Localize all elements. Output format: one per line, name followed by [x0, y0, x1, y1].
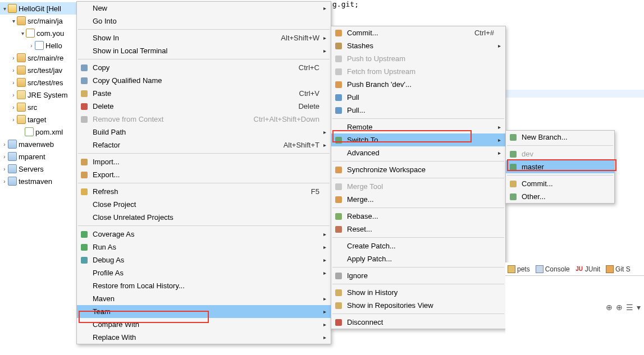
svg-rect-22 — [335, 213, 342, 220]
twisty-icon[interactable]: › — [1, 154, 8, 160]
twisty-icon[interactable]: › — [1, 141, 8, 147]
twisty-icon[interactable]: ▾ — [19, 30, 26, 36]
blank-icon — [79, 333, 89, 342]
twisty-icon[interactable]: ▾ — [1, 6, 8, 12]
tree-item[interactable]: › src/main/re — [0, 52, 79, 64]
menu-item-pull[interactable]: Pull... — [331, 104, 505, 117]
menu-item-export[interactable]: Export... — [77, 168, 331, 181]
menu-item-new-branch[interactable]: New Branch... — [506, 131, 614, 144]
project-context-menu[interactable]: New▸Go IntoShow InAlt+Shift+W▸Show in Lo… — [76, 1, 331, 344]
submenu-arrow-icon: ▸ — [319, 231, 326, 237]
blank-icon — [79, 4, 89, 13]
twisty-icon[interactable]: › — [10, 80, 17, 86]
menu-label: New Branch... — [522, 133, 603, 141]
menu-item-go-into[interactable]: Go Into — [77, 15, 331, 27]
menu-item-show-in-repositories-view[interactable]: Show in Repositories View — [331, 299, 505, 312]
twisty-icon[interactable]: › — [10, 67, 17, 73]
menu-separator — [78, 183, 330, 183]
menu-item-synchronize-workspace[interactable]: Synchronize Workspace — [331, 163, 505, 176]
twisty-icon[interactable]: › — [10, 92, 17, 98]
menu-item-debug-as[interactable]: Debug As▸ — [77, 253, 331, 266]
blank-icon — [79, 294, 89, 303]
menu-item-delete[interactable]: DeleteDelete — [77, 100, 331, 113]
tree-root[interactable]: ▾ HelloGit [Hell — [0, 2, 79, 15]
add2-icon[interactable]: ⊕ — [616, 303, 623, 312]
tree-label: src/test/res — [28, 79, 63, 87]
package-explorer[interactable]: ▾ HelloGit [Hell ▾ src/main/ja ▾ com.you… — [0, 0, 79, 187]
menu-item-run-as[interactable]: Run As▸ — [77, 241, 331, 253]
twisty-icon[interactable]: › — [10, 117, 17, 123]
menu-item-build-path[interactable]: Build Path▸ — [77, 126, 331, 139]
menu-item-replace-with[interactable]: Replace With▸ — [77, 331, 331, 344]
tab-git-staging[interactable]: Git S — [606, 265, 631, 273]
menu-item-restore-from-local-history[interactable]: Restore from Local History... — [77, 279, 331, 292]
menu-item-profile-as[interactable]: Profile As▸ — [77, 266, 331, 279]
tree-item[interactable]: pom.xml — [0, 126, 79, 138]
menu-item-ignore[interactable]: Ignore — [331, 269, 505, 282]
menu-item-pull[interactable]: Pull — [331, 91, 505, 104]
twisty-icon[interactable]: › — [28, 43, 35, 49]
switch-to-submenu[interactable]: New Branch...devmasterCommit...Other... — [505, 130, 615, 204]
menu-item-refresh[interactable]: RefreshF5 — [77, 185, 331, 198]
twisty-icon[interactable]: › — [10, 104, 17, 110]
menu-item-refactor[interactable]: RefactorAlt+Shift+T▸ — [77, 139, 331, 151]
menu-item-close-project[interactable]: Close Project — [77, 198, 331, 211]
menu-item-switch-to[interactable]: Switch To▸ — [331, 133, 505, 146]
tree-item[interactable]: › Servers — [0, 163, 79, 175]
menu-item-close-unrelated-projects[interactable]: Close Unrelated Projects — [77, 211, 331, 224]
twisty-icon[interactable]: › — [1, 166, 8, 172]
code-text: g.git; — [332, 0, 359, 8]
blank-icon — [79, 269, 89, 278]
menu-item-new[interactable]: New▸ — [77, 2, 331, 15]
menu-item-show-in-local-terminal[interactable]: Show in Local Terminal▸ — [77, 44, 331, 57]
menu-item-show-in-history[interactable]: Show in History — [331, 286, 505, 299]
editor[interactable]: g.git; — [332, 0, 359, 8]
tree-item[interactable]: › Hello — [0, 39, 79, 52]
menu-item-advanced[interactable]: Advanced▸ — [331, 146, 505, 159]
tree-item[interactable]: › src — [0, 101, 79, 113]
menu-item-import[interactable]: Import... — [77, 155, 331, 168]
add-icon[interactable]: ⊕ — [606, 303, 613, 312]
list-icon[interactable]: ☰ — [626, 303, 633, 312]
menu-item-apply-patch[interactable]: Apply Patch... — [331, 252, 505, 265]
twisty-icon[interactable]: ▾ — [10, 18, 17, 24]
menu-item-create-patch[interactable]: Create Patch... — [331, 239, 505, 252]
menu-item-commit[interactable]: Commit... — [506, 177, 614, 190]
menu-item-maven[interactable]: Maven▸ — [77, 292, 331, 305]
menu-item-remote[interactable]: Remote▸ — [331, 121, 505, 133]
twisty-icon[interactable]: › — [1, 178, 8, 185]
menu-item-master[interactable]: master — [506, 160, 614, 173]
menu-item-push-branch-dev[interactable]: Push Branch 'dev'... — [331, 78, 505, 91]
twisty-icon[interactable]: › — [10, 55, 17, 61]
team-submenu[interactable]: Commit...Ctrl+#Stashes▸Push to UpstreamF… — [331, 26, 506, 329]
tree-item[interactable]: › mparent — [0, 150, 79, 163]
menu-item-stashes[interactable]: Stashes▸ — [331, 39, 505, 52]
menu-item-rebase[interactable]: Rebase... — [331, 210, 505, 223]
menu-item-reset[interactable]: Reset... — [331, 223, 505, 236]
tab-console[interactable]: Console — [536, 265, 570, 273]
menu-item-paste[interactable]: PasteCtrl+V — [77, 87, 331, 100]
tab-junit[interactable]: JUJUnit — [576, 265, 600, 273]
menu-item-show-in[interactable]: Show InAlt+Shift+W▸ — [77, 31, 331, 44]
menu-item-commit[interactable]: Commit...Ctrl+# — [331, 26, 505, 39]
menu-item-disconnect[interactable]: Disconnect — [331, 316, 505, 329]
view-tabs[interactable]: pets Console JUJUnit Git S — [505, 262, 644, 276]
menu-item-copy-qualified-name[interactable]: Copy Qualified Name — [77, 74, 331, 87]
tree-item[interactable]: › mavenweb — [0, 138, 79, 150]
menu-item-merge[interactable]: Merge... — [331, 193, 505, 206]
menu-item-team[interactable]: Team▸ — [77, 305, 331, 318]
menu-item-compare-with[interactable]: Compare With▸ — [77, 318, 331, 331]
tree-item[interactable]: › JRE System — [0, 89, 79, 101]
tree-item[interactable]: › target — [0, 113, 79, 126]
menu-icon[interactable]: ▾ — [637, 303, 641, 312]
tab-snippets[interactable]: pets — [508, 265, 530, 273]
tree-item[interactable]: › testmaven — [0, 175, 79, 187]
menu-item-coverage-as[interactable]: Coverage As▸ — [77, 228, 331, 241]
tree-item[interactable]: ▾ src/main/ja — [0, 15, 79, 27]
tree-item[interactable]: ▾ com.you — [0, 27, 79, 39]
tree-item[interactable]: › src/test/jav — [0, 64, 79, 76]
tree-item[interactable]: › src/test/res — [0, 76, 79, 89]
menu-item-other[interactable]: Other... — [506, 190, 614, 203]
menu-item-copy[interactable]: CopyCtrl+C — [77, 61, 331, 74]
view-toolbar[interactable]: ⊕ ⊕ ☰ ▾ — [606, 303, 641, 312]
